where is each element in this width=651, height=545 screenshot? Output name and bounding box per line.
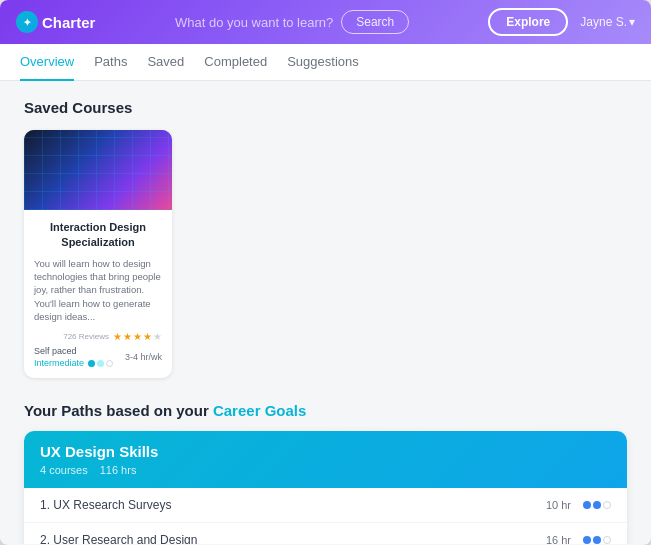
- tab-paths[interactable]: Paths: [94, 44, 127, 81]
- star-4: ★: [143, 331, 152, 342]
- course-body: Interaction DesignSpecialization You wil…: [24, 210, 172, 378]
- dot-2: [97, 360, 104, 367]
- course-2-name: 2. User Research and Design: [40, 533, 546, 544]
- header: ✦ Charter What do you want to learn? Sea…: [0, 0, 651, 44]
- prog-dot-3: [603, 501, 611, 509]
- course-2-hours: 16 hr: [546, 534, 571, 544]
- star-5: ★: [153, 331, 162, 342]
- tab-saved[interactable]: Saved: [147, 44, 184, 81]
- paths-title: Your Paths based on your Career Goals: [24, 402, 627, 419]
- logo-area: ✦ Charter: [16, 11, 96, 33]
- path-card: UX Design Skills 4 courses 116 hrs 1. UX…: [24, 431, 627, 544]
- tab-completed[interactable]: Completed: [204, 44, 267, 81]
- course-reviews-row: 726 Reviews ★ ★ ★ ★ ★: [34, 331, 162, 342]
- path-card-meta: 4 courses 116 hrs: [40, 464, 611, 476]
- path-course-item-1: 1. UX Research Surveys 10 hr: [24, 488, 627, 523]
- logo-text: Charter: [42, 14, 95, 31]
- course-meta-row: Self paced Intermediate 3-4 hr/wk: [34, 346, 162, 368]
- user-dropdown-arrow: ▾: [629, 15, 635, 29]
- user-name: Jayne S.: [580, 15, 627, 29]
- logo-icon: ✦: [16, 11, 38, 33]
- dot-1: [88, 360, 95, 367]
- path-card-title: UX Design Skills: [40, 443, 611, 460]
- search-area: What do you want to learn? Search: [108, 10, 476, 34]
- star-2: ★: [123, 331, 132, 342]
- path-courses-list: 1. UX Research Surveys 10 hr 2. User Res…: [24, 488, 627, 544]
- search-placeholder-text: What do you want to learn?: [175, 15, 333, 30]
- course-1-progress: [583, 501, 611, 509]
- pace-label: Self paced: [34, 346, 113, 356]
- user-menu[interactable]: Jayne S. ▾: [580, 15, 635, 29]
- tab-overview[interactable]: Overview: [20, 44, 74, 81]
- course-1-name: 1. UX Research Surveys: [40, 498, 546, 512]
- prog-dot-2: [593, 536, 601, 544]
- course-title: Interaction DesignSpecialization: [34, 220, 162, 251]
- star-rating: ★ ★ ★ ★ ★: [113, 331, 162, 342]
- hours-total: 116 hrs: [100, 464, 137, 476]
- prog-dot-1: [583, 501, 591, 509]
- prog-dot-1: [583, 536, 591, 544]
- level-tag: Intermediate: [34, 358, 84, 368]
- path-card-header: UX Design Skills 4 courses 116 hrs: [24, 431, 627, 488]
- paths-title-prefix: Your Paths based on your: [24, 402, 209, 419]
- courses-count: 4 courses: [40, 464, 88, 476]
- course-2-progress: [583, 536, 611, 544]
- course-image: [24, 130, 172, 210]
- app-window: ✦ Charter What do you want to learn? Sea…: [0, 0, 651, 545]
- star-1: ★: [113, 331, 122, 342]
- search-button[interactable]: Search: [341, 10, 409, 34]
- nav-tabs: Overview Paths Saved Completed Suggestio…: [0, 44, 651, 81]
- star-3: ★: [133, 331, 142, 342]
- prog-dot-2: [593, 501, 601, 509]
- reviews-count: 726 Reviews: [63, 332, 109, 341]
- pace-level-group: Self paced Intermediate: [34, 346, 113, 368]
- explore-button[interactable]: Explore: [488, 8, 568, 36]
- path-course-item-2: 2. User Research and Design 16 hr: [24, 523, 627, 544]
- prog-dot-3: [603, 536, 611, 544]
- course-1-hours: 10 hr: [546, 499, 571, 511]
- level-dots: [88, 360, 113, 367]
- course-card[interactable]: Interaction DesignSpecialization You wil…: [24, 130, 172, 378]
- saved-courses-title: Saved Courses: [24, 99, 627, 116]
- course-image-grid: [24, 130, 172, 210]
- course-description: You will learn how to design technologie…: [34, 257, 162, 323]
- career-goals-text: Career Goals: [213, 402, 306, 419]
- main-content: Saved Courses Interaction DesignSpeciali…: [0, 81, 651, 544]
- dot-3: [106, 360, 113, 367]
- tab-suggestions[interactable]: Suggestions: [287, 44, 359, 81]
- hours-label: 3-4 hr/wk: [125, 352, 162, 362]
